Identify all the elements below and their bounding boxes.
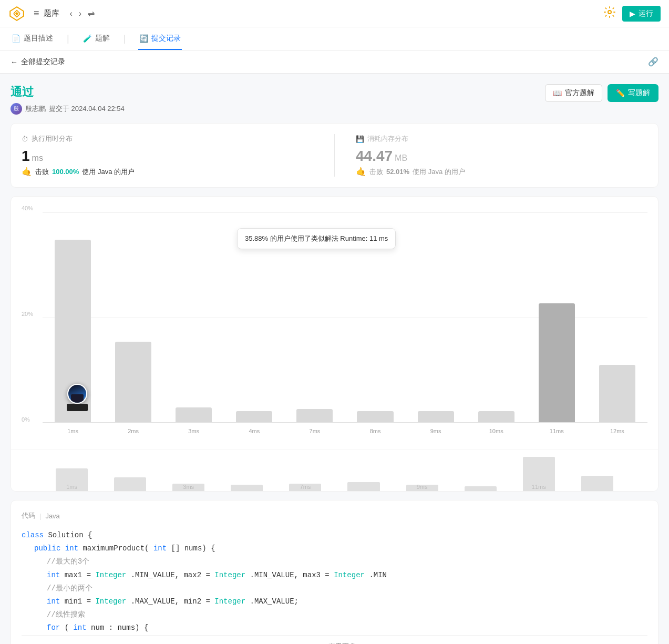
- sc-bar-label: 3ms: [183, 484, 194, 490]
- code-line-7: //线性搜索: [22, 608, 647, 621]
- mem-beat: 🤙 击败 52.01% 使用 Java 的用户: [356, 167, 647, 177]
- run-button[interactable]: ▶ 运行: [622, 6, 661, 22]
- share-icon[interactable]: 🔗: [648, 57, 658, 67]
- time-value: 1ms: [22, 148, 313, 165]
- bar-rect: [599, 365, 635, 423]
- bar-rect: [115, 342, 151, 423]
- bar-rect: [296, 409, 333, 423]
- sc-bar-col: 7ms: [276, 449, 334, 491]
- bar-x-label: 9ms: [430, 428, 441, 434]
- submissions-icon: 🔄: [139, 34, 148, 43]
- avatar-base-bar: [67, 404, 88, 411]
- chart-tooltip: 35.88% 的用户使用了类似解法 Runtime: 11 ms: [237, 228, 396, 249]
- bar-rect: [478, 411, 514, 423]
- status-passed: 通过: [11, 84, 125, 100]
- mem-beat-pct: 52.01%: [386, 168, 409, 176]
- sc-bar-col: [101, 449, 159, 491]
- tab-description-label: 题目描述: [24, 34, 53, 43]
- write-solution-button[interactable]: ✏️ 写题解: [608, 84, 658, 102]
- back-button[interactable]: ← 全部提交记录: [11, 57, 65, 67]
- bar-rect: [539, 303, 575, 423]
- bar-x-label: 2ms: [128, 428, 139, 434]
- header: ≡ 题库 ‹ › ⇌ ▶ 运行: [0, 0, 669, 27]
- sc-bar-col: 3ms: [159, 449, 218, 491]
- nav-arrows: ‹ › ⇌: [68, 6, 97, 21]
- view-more-button[interactable]: ⋮⋮ 查看更多: [22, 635, 647, 645]
- stats-card: ⏱ 执行用时分布 1ms 🤙 击败 100.00% 使用 Java 的用户 💾 …: [11, 123, 658, 188]
- avatar-circle: [67, 384, 87, 404]
- settings-button[interactable]: [603, 6, 616, 21]
- sc-bar: [347, 482, 379, 491]
- problem-bank-nav[interactable]: ≡ 题库: [34, 8, 59, 19]
- tabs-bar: 📄 题目描述 | 🧪 题解 | 🔄 提交记录: [0, 27, 669, 50]
- beat-icon: 🤙: [22, 167, 32, 177]
- sc-bar-label: 11ms: [532, 484, 546, 490]
- edit-icon: ✏️: [616, 89, 625, 97]
- author-name: 殷志鹏: [25, 104, 46, 114]
- code-label: 代码: [22, 511, 35, 520]
- code-block: class Solution { public int maximumProdu…: [22, 529, 647, 635]
- view-more-label: ⋮⋮ 查看更多: [313, 642, 356, 645]
- code-lang: Java: [45, 512, 59, 520]
- main-content: 通过 殷 殷志鹏 提交于 2024.04.04 22:54 📖 官方题解 ✏️ …: [0, 74, 669, 644]
- grid-line-bottom: [43, 423, 647, 423]
- bar-rect: [176, 407, 212, 423]
- status-left: 通过 殷 殷志鹏 提交于 2024.04.04 22:54: [11, 84, 125, 115]
- clock-icon: ⏱: [22, 135, 28, 143]
- chart-wrapper: 40% 20% 0% 1ms2ms3ms4ms7ms8ms9ms10ms11ms…: [11, 197, 658, 449]
- bar-rect: [357, 411, 393, 423]
- code-line-2: public int maximumProduct( int [] nums) …: [22, 542, 647, 555]
- bar-col: 10ms: [466, 212, 527, 423]
- code-meta: 代码 | Java: [22, 511, 647, 520]
- solution-icon: 🧪: [83, 34, 92, 43]
- sc-bar-col: [218, 449, 276, 491]
- bar-x-label: 1ms: [67, 428, 78, 434]
- logo-icon[interactable]: [8, 5, 25, 22]
- tab-submissions[interactable]: 🔄 提交记录: [138, 27, 182, 50]
- tab-description[interactable]: 📄 题目描述: [11, 27, 54, 50]
- sc-bar-col: [568, 449, 626, 491]
- sc-bar-col: 9ms: [393, 449, 451, 491]
- code-line-4: int max1 = Integer .MIN_VALUE, max2 = In…: [22, 569, 647, 582]
- bar-col: 12ms: [587, 212, 647, 423]
- next-problem-button[interactable]: ›: [77, 7, 84, 21]
- submit-time: 提交于 2024.04.04 22:54: [49, 104, 125, 114]
- official-btn-label: 官方题解: [565, 88, 594, 98]
- code-line-8: for ( int num : nums) {: [22, 621, 647, 635]
- sc-bar-col: 1ms: [43, 449, 101, 491]
- write-btn-label: 写题解: [628, 88, 650, 98]
- time-title: ⏱ 执行用时分布: [22, 134, 313, 144]
- back-label: 全部提交记录: [21, 57, 65, 67]
- time-beat: 🤙 击败 100.00% 使用 Java 的用户: [22, 167, 313, 177]
- back-arrow-icon: ←: [11, 58, 18, 66]
- sc-bar-col: [334, 449, 393, 491]
- code-line-3: //最大的3个: [22, 555, 647, 568]
- bar-rect: [418, 411, 454, 423]
- official-solution-button[interactable]: 📖 官方题解: [545, 84, 602, 102]
- chip-icon: 💾: [356, 135, 364, 143]
- status-actions: 📖 官方题解 ✏️ 写题解: [545, 84, 658, 102]
- x-axis: [43, 422, 647, 423]
- bar-col: 3ms: [163, 212, 224, 423]
- stats-row: ⏱ 执行用时分布 1ms 🤙 击败 100.00% 使用 Java 的用户 💾 …: [22, 134, 647, 177]
- tab-solution-label: 题解: [95, 34, 110, 43]
- chart-card: 40% 20% 0% 1ms2ms3ms4ms7ms8ms9ms10ms11ms…: [11, 196, 658, 492]
- memory-chart: 1ms3ms7ms9ms11ms: [11, 449, 658, 491]
- tab-submissions-label: 提交记录: [151, 34, 181, 43]
- tab-solution[interactable]: 🧪 题解: [82, 27, 111, 50]
- code-line-1: class Solution {: [22, 529, 647, 542]
- code-line-5: //最小的两个: [22, 582, 647, 595]
- chart-y-labels: 40% 20% 0%: [22, 205, 33, 423]
- prev-problem-button[interactable]: ‹: [68, 7, 75, 21]
- bar-x-label: 7ms: [310, 428, 321, 434]
- bar-col: 9ms: [406, 212, 466, 423]
- time-stats: ⏱ 执行用时分布 1ms 🤙 击败 100.00% 使用 Java 的用户: [22, 134, 335, 177]
- sc-bar-label: 7ms: [300, 484, 311, 490]
- book-icon: 📖: [553, 89, 562, 97]
- bar-x-label: 10ms: [489, 428, 503, 434]
- code-section: 代码 | Java class Solution { public int ma…: [11, 500, 658, 644]
- status-meta: 殷 殷志鹏 提交于 2024.04.04 22:54: [11, 103, 125, 115]
- run-label: 运行: [639, 9, 653, 18]
- shuffle-button[interactable]: ⇌: [86, 6, 97, 21]
- bar-x-label: 12ms: [610, 428, 624, 434]
